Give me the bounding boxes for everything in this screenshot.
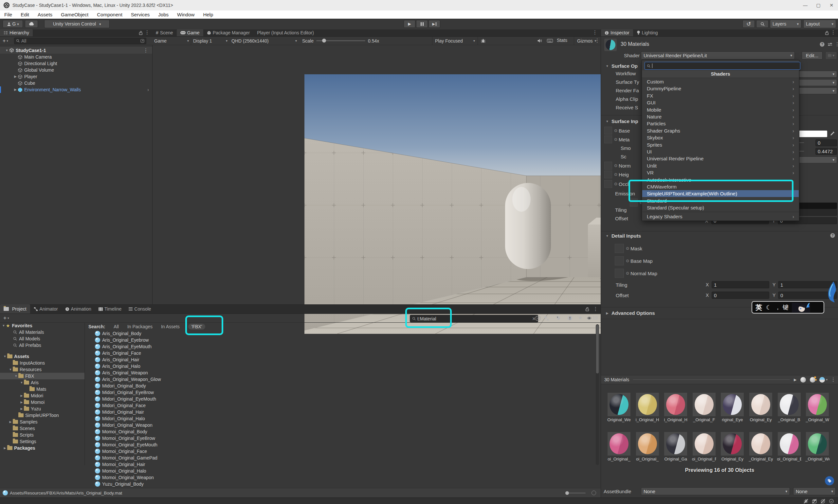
- menu-help[interactable]: Help: [199, 11, 217, 19]
- folder-samples[interactable]: ▶ Samples: [0, 418, 85, 425]
- asset-midori_original_halo[interactable]: Midori_Original_Halo: [85, 415, 595, 422]
- lock-icon[interactable]: [585, 307, 589, 311]
- project-menu-icon[interactable]: ⋮: [593, 306, 598, 312]
- asset-midori_original_face[interactable]: Midori_Original_Face: [85, 402, 595, 409]
- ime-punct[interactable]: ，: [775, 303, 781, 311]
- preview-menu-icon[interactable]: ⋮: [831, 377, 836, 382]
- tab-project[interactable]: Project: [0, 304, 30, 313]
- hierarchy-search-input[interactable]: All: [14, 38, 146, 44]
- asset-momoi_original_halo[interactable]: Momoi_Original_Halo: [85, 468, 595, 474]
- tab-player-input-actions-editor-[interactable]: Player (Input Actions Editor): [253, 29, 318, 36]
- shader-option-vr[interactable]: VR›: [642, 169, 799, 176]
- material-thumb[interactable]: riginal_Eye: [720, 393, 744, 422]
- stats-toggle[interactable]: Stats: [557, 38, 567, 43]
- folder-midori[interactable]: ▶ Midori: [0, 392, 85, 399]
- material-thumb[interactable]: _Original_B: [777, 393, 801, 422]
- preview-sphere-button[interactable]: [800, 377, 806, 382]
- shader-option-legacy-shaders[interactable]: Legacy Shaders›: [642, 213, 799, 220]
- folder-yuzu[interactable]: ▶ Yuzu: [0, 406, 85, 412]
- version-control-dropdown[interactable]: Unity Version Control ▾: [44, 20, 110, 28]
- asset-midori_original_body[interactable]: Midori_Original_Body: [85, 382, 595, 389]
- material-thumb[interactable]: _Original_W: [805, 393, 830, 422]
- asset-aris_original_eyebrow[interactable]: Aris_Original_Eyebrow: [85, 337, 595, 343]
- detail-tiling-x-field[interactable]: 1: [712, 281, 769, 288]
- material-thumb[interactable]: _Original_Ey: [749, 432, 773, 462]
- play-focused-dropdown[interactable]: Play Focused▾: [432, 37, 478, 45]
- hierarchy-item-main-camera[interactable]: Main Camera: [0, 54, 152, 60]
- tab-timeline[interactable]: Timeline: [95, 304, 125, 313]
- favorites-star-icon[interactable]: ★: [578, 315, 582, 321]
- texture-slot-norm[interactable]: ⊙ Norm: [604, 162, 631, 169]
- surface-options-header[interactable]: ▼Surface Op: [605, 63, 638, 69]
- favorites-header[interactable]: ▼★ Favorites: [0, 322, 85, 329]
- folder-assets[interactable]: ▼ Assets: [0, 353, 85, 360]
- asset-labels-badge[interactable]: [825, 476, 834, 485]
- tab-animator[interactable]: Animator: [30, 304, 61, 313]
- shader-option-fx[interactable]: FX›: [642, 92, 799, 99]
- folder-scenes[interactable]: Scenes: [0, 425, 85, 432]
- hierarchy-menu-icon[interactable]: ⋮: [145, 30, 149, 35]
- add-object-caret[interactable]: ▾: [6, 39, 8, 42]
- folder-scripts[interactable]: Scripts: [0, 432, 85, 438]
- asset-midori_original_eyemouth[interactable]: Midori_Original_EyeMouth: [85, 396, 595, 402]
- tab-hierarchy[interactable]: Hierarchy: [0, 29, 33, 36]
- menu-edit[interactable]: Edit: [16, 11, 33, 19]
- shader-option-unlit[interactable]: Unlit›: [642, 162, 799, 169]
- folder-packages[interactable]: ▶ Packages: [0, 445, 85, 451]
- preview-play-button[interactable]: ▶: [794, 378, 797, 382]
- folder-resources[interactable]: ▼ Resources: [0, 366, 85, 373]
- account-button[interactable]: G ▾: [3, 20, 23, 28]
- shader-option-custom[interactable]: Custom›: [642, 78, 799, 85]
- search-scope-in-assets[interactable]: In Assets: [161, 324, 180, 329]
- add-object-button[interactable]: +: [3, 38, 5, 44]
- tab-console[interactable]: Console: [125, 304, 155, 313]
- close-button[interactable]: ✕: [825, 3, 838, 8]
- step-button[interactable]: ▶: [428, 20, 440, 28]
- asset-midori_original_weapon[interactable]: Midori_Original_Weapon: [85, 422, 595, 428]
- preview-lighting-button[interactable]: [810, 377, 816, 382]
- shader-option-dummypipeline[interactable]: DummyPipeline›: [642, 85, 799, 92]
- game-target-dropdown[interactable]: Game▾: [152, 37, 191, 45]
- favorite-all-prefabs[interactable]: All Prefabs: [0, 342, 85, 348]
- preview-render-mode-dropdown[interactable]: ▾: [819, 377, 827, 382]
- hierarchy-item-player[interactable]: ▶ Player: [0, 73, 152, 80]
- folder-settings[interactable]: Settings: [0, 438, 85, 445]
- create-asset-button[interactable]: +: [3, 315, 6, 321]
- shader-option-shader-graphs[interactable]: Shader Graphs›: [642, 127, 799, 134]
- minimize-button[interactable]: —: [799, 3, 812, 8]
- ime-moon-icon[interactable]: ☽: [766, 304, 771, 311]
- asset-aris_original_face[interactable]: Aris_Original_Face: [85, 350, 595, 356]
- asset-momoi_original_eyemouth[interactable]: Momoi_Original_EyeMouth: [85, 442, 595, 448]
- ime-key[interactable]: 键: [783, 303, 788, 311]
- layers-dropdown[interactable]: Layers▾: [770, 20, 801, 28]
- folder-fbx[interactable]: ▼ FBX: [0, 373, 85, 379]
- material-thumb[interactable]: _Original_F: [692, 393, 716, 422]
- material-thumb[interactable]: i_Original_H: [663, 393, 688, 422]
- menu-file[interactable]: File: [0, 11, 16, 19]
- pause-button[interactable]: [416, 20, 428, 28]
- material-thumb[interactable]: _Original_We: [805, 432, 830, 462]
- asset-aris_original_body[interactable]: Aris_Original_Body: [85, 330, 595, 337]
- shader-option-gui[interactable]: GUI›: [642, 99, 799, 106]
- folder-simpleurptoon[interactable]: SimpleURPToon: [0, 412, 85, 418]
- ime-mode[interactable]: 英: [755, 303, 762, 312]
- hierarchy-item-directional-light[interactable]: Directional Light: [0, 60, 152, 67]
- asset-aris_original_weapon[interactable]: Aris_Original_Weapon: [85, 370, 595, 376]
- keyboard-icon[interactable]: [547, 39, 553, 42]
- texture-slot-meta[interactable]: ⊙ Meta: [604, 136, 629, 143]
- tab-animation[interactable]: Animation: [61, 304, 95, 313]
- maximize-button[interactable]: ▢: [812, 3, 825, 8]
- menu-gameobject[interactable]: GameObject: [57, 11, 93, 19]
- search-scope-in-packages[interactable]: In Packages: [127, 324, 153, 329]
- material-thumb[interactable]: Original_Ey: [749, 393, 773, 422]
- folder-inputactions[interactable]: InputActions: [0, 360, 85, 366]
- favorite-all-models[interactable]: All Models: [0, 336, 85, 342]
- favorite-all-materials[interactable]: All Materials: [0, 329, 85, 336]
- ime-statusbar[interactable]: 英 ☽ ， 键: [752, 301, 824, 313]
- mute-audio-icon[interactable]: [537, 39, 542, 43]
- shader-option-cmwaveform[interactable]: CMWaveform: [642, 183, 799, 190]
- folder-mats[interactable]: Mats: [0, 386, 85, 392]
- tab-package-manager[interactable]: Package Manager: [203, 29, 254, 36]
- shader-option-standard-specular-setup-[interactable]: Standard (Specular setup): [642, 204, 799, 211]
- asset-momoi_original_face[interactable]: Momoi_Original_Face: [85, 448, 595, 454]
